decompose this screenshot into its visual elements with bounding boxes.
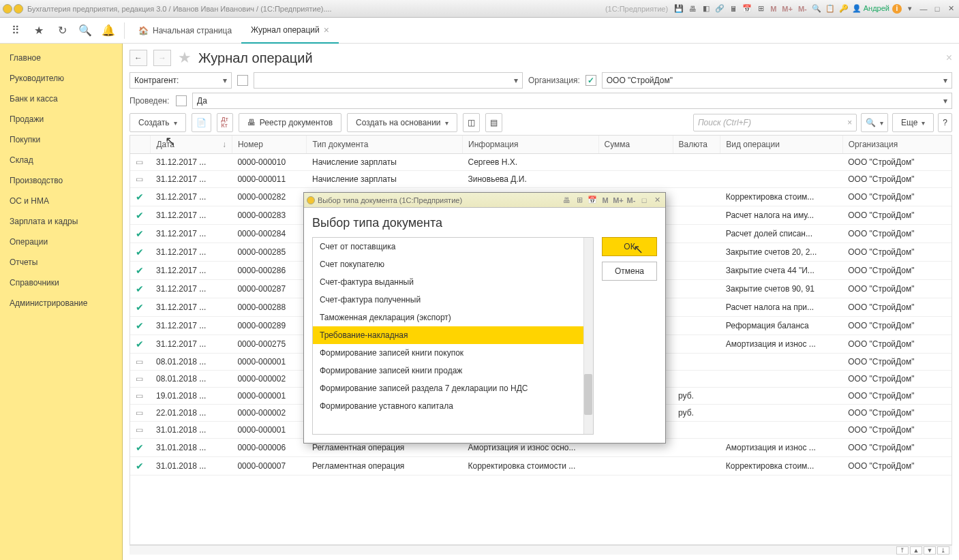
tab-close-icon[interactable]: × — [324, 25, 329, 35]
list-scrollbar[interactable] — [583, 238, 593, 434]
posted-checkbox[interactable] — [176, 95, 187, 106]
scroll-up-icon[interactable]: ▲ — [910, 546, 922, 555]
sidebar-item-0[interactable]: Главное — [0, 48, 122, 68]
registry-button[interactable]: 🖶 Реестр документов — [239, 113, 341, 132]
dialog-grid-icon[interactable]: ⊞ — [574, 195, 585, 206]
grid-icon[interactable]: ⊞ — [755, 3, 766, 14]
help-button[interactable]: ? — [938, 113, 952, 132]
doc-type-item[interactable]: Требование-накладная — [313, 326, 593, 344]
table-row[interactable]: ▭31.12.2017 ...0000-000010Начисление зар… — [130, 154, 952, 171]
col-7[interactable]: Вид операции — [720, 136, 842, 154]
scroll-top-icon[interactable]: ⤒ — [896, 546, 909, 555]
org-checkbox[interactable] — [585, 75, 596, 86]
minimize-icon[interactable]: — — [918, 3, 929, 14]
sidebar-item-1[interactable]: Руководителю — [0, 68, 122, 89]
dialog-print-icon[interactable]: 🖶 — [561, 195, 572, 206]
ok-button[interactable]: ОК — [602, 237, 657, 256]
col-5[interactable]: Сумма — [598, 136, 673, 154]
sidebar-item-9[interactable]: Операции — [0, 232, 122, 252]
dialog-titlebar[interactable]: Выбор типа документа (1С:Предприятие) 🖶 … — [304, 193, 665, 208]
calendar-icon[interactable]: 📅 — [742, 3, 752, 14]
dtct-button[interactable]: ДтКт — [217, 113, 233, 132]
bell-icon[interactable]: 🔔 — [100, 22, 117, 40]
tab-home[interactable]: 🏠 Начальная страница — [129, 18, 241, 44]
search-input[interactable]: Поиск (Ctrl+F) × — [693, 114, 857, 131]
create-based-button[interactable]: Создать на основании ▾ — [347, 113, 457, 132]
compare-icon[interactable]: ◧ — [701, 3, 712, 14]
mplus-icon[interactable]: M+ — [780, 5, 794, 13]
doc-type-item[interactable]: Счет от поставщика — [313, 238, 593, 255]
dialog-m-icon[interactable]: M — [600, 195, 611, 206]
sidebar-item-12[interactable]: Администрирование — [0, 293, 122, 313]
org-combo[interactable]: ООО "СтройДом" ▾ — [602, 72, 952, 89]
doc-type-item[interactable]: Формирование записей книги покупок — [313, 344, 593, 362]
tab-journal[interactable]: Журнал операций × — [241, 18, 339, 44]
sidebar-item-8[interactable]: Зарплата и кадры — [0, 211, 122, 232]
scroll-down-icon[interactable]: ▼ — [924, 546, 936, 555]
sidebar-item-3[interactable]: Продажи — [0, 109, 122, 129]
doc-type-item[interactable]: Формирование уставного капитала — [313, 397, 593, 415]
favorite-icon[interactable]: ★ — [178, 49, 192, 67]
dialog-calendar-icon[interactable]: 📅 — [587, 195, 598, 206]
sidebar-item-6[interactable]: Производство — [0, 170, 122, 191]
counterparty-checkbox[interactable] — [237, 75, 248, 86]
col-0[interactable] — [130, 136, 151, 154]
col-6[interactable]: Валюта — [673, 136, 720, 154]
more-button[interactable]: Еще▾ — [892, 113, 934, 132]
sidebar-item-2[interactable]: Банк и касса — [0, 89, 122, 109]
doc-type-item[interactable]: Формирование записей книги продаж — [313, 362, 593, 379]
info-icon[interactable]: i — [892, 4, 902, 14]
history-icon[interactable]: ↻ — [53, 22, 71, 40]
doc-type-item[interactable]: Счет-фактура полученный — [313, 291, 593, 309]
key-icon[interactable]: 🔑 — [838, 3, 849, 14]
doc-type-item[interactable]: Таможенная декларация (экспорт) — [313, 309, 593, 326]
apps-icon[interactable]: ⠿ — [7, 22, 25, 40]
clipboard-icon[interactable]: 📋 — [825, 3, 836, 14]
page-close-icon[interactable]: × — [946, 52, 952, 64]
col-1[interactable]: Дата↓ — [151, 136, 232, 154]
dialog-maximize-icon[interactable]: □ — [639, 195, 650, 206]
scroll-bottom-icon[interactable]: ⤓ — [937, 546, 949, 555]
posted-combo[interactable]: Да ▾ — [192, 93, 952, 109]
create-button[interactable]: Создать ▾ — [130, 113, 186, 132]
close-icon[interactable]: ✕ — [945, 3, 956, 14]
structure-button[interactable]: ◫ — [463, 113, 480, 132]
doc-type-item[interactable]: Формирование записей раздела 7 деклараци… — [313, 379, 593, 397]
mminus-icon[interactable]: M- — [797, 5, 808, 13]
user-label[interactable]: 👤 Андрей — [852, 4, 889, 13]
sidebar-item-5[interactable]: Склад — [0, 150, 122, 170]
nav-forward-button[interactable]: → — [153, 50, 171, 66]
search-tool-icon[interactable]: 🔍 — [76, 22, 94, 40]
link-icon[interactable]: 🔗 — [714, 3, 725, 14]
print-icon[interactable]: 🖶 — [687, 3, 698, 14]
search-button[interactable]: 🔍▾ — [861, 113, 888, 132]
table-row[interactable]: ▭31.12.2017 ...0000-000011Начисление зар… — [130, 171, 952, 188]
counterparty-combo[interactable]: Контрагент: ▾ — [130, 72, 232, 89]
col-8[interactable]: Организация — [842, 136, 951, 154]
list-button[interactable]: ▤ — [485, 113, 502, 132]
maximize-icon[interactable]: □ — [932, 3, 943, 14]
zoom-icon[interactable]: 🔍 — [811, 3, 822, 14]
nav-back-button[interactable]: ← — [130, 50, 147, 66]
sidebar-item-4[interactable]: Покупки — [0, 129, 122, 150]
dialog-mplus-icon[interactable]: M+ — [613, 195, 624, 206]
calculator-icon[interactable]: 🖩 — [728, 3, 739, 14]
doc-type-item[interactable]: Счет-фактура выданный — [313, 273, 593, 291]
copy-button[interactable]: 📄 — [192, 113, 211, 132]
dropdown-icon[interactable]: ▾ — [904, 3, 915, 14]
search-clear-icon[interactable]: × — [847, 118, 852, 127]
star-icon[interactable]: ★ — [30, 22, 48, 40]
scrollbar-thumb[interactable] — [584, 374, 592, 415]
cancel-button[interactable]: Отмена — [602, 262, 657, 281]
dialog-mminus-icon[interactable]: M- — [626, 195, 637, 206]
col-4[interactable]: Информация — [463, 136, 599, 154]
col-2[interactable]: Номер — [232, 136, 307, 154]
dialog-close-icon[interactable]: ✕ — [652, 195, 663, 206]
sidebar-item-10[interactable]: Отчеты — [0, 252, 122, 273]
sidebar-item-11[interactable]: Справочники — [0, 273, 122, 293]
m-icon[interactable]: M — [769, 5, 778, 13]
doc-type-item[interactable]: Счет покупателю — [313, 255, 593, 273]
table-row[interactable]: ✔31.01.2018 ...0000-000007Регламентная о… — [130, 457, 952, 476]
col-3[interactable]: Тип документа — [307, 136, 463, 154]
counterparty-value-combo[interactable]: ▾ — [254, 72, 523, 89]
